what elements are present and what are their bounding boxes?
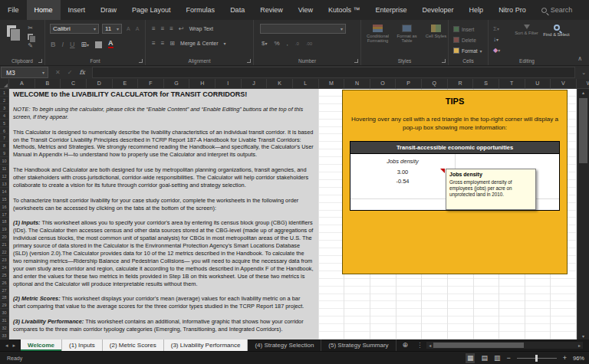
column-header-t[interactable]: T — [499, 79, 525, 88]
row-header-24[interactable]: 24 — [0, 264, 8, 271]
ribbon-tab-file[interactable]: File — [0, 0, 27, 20]
row-header-8[interactable]: 8 — [0, 142, 8, 149]
row-header-12[interactable]: 12 — [0, 172, 8, 180]
column-header-w[interactable]: W — [577, 79, 589, 88]
button-conditional-formatting[interactable]: Conditional Formatting — [364, 25, 391, 44]
font-name-select[interactable]: Calibri▾ — [50, 24, 99, 34]
styles-dialog-launcher-icon[interactable] — [442, 59, 446, 63]
clear-icon[interactable]: ◆▾ — [493, 47, 500, 54]
column-header-l[interactable]: L — [293, 79, 319, 88]
row-header-20[interactable]: 20 — [0, 233, 8, 241]
page-layout-view-icon[interactable]: ▤ — [481, 353, 488, 363]
column-header-b[interactable]: B — [35, 79, 61, 88]
row-header-10[interactable]: 10 — [0, 157, 8, 165]
horizontal-scrollbar[interactable]: ◂ ▸ — [426, 342, 583, 349]
row-header-16[interactable]: 16 — [0, 203, 8, 211]
column-header-n[interactable]: N — [344, 79, 370, 88]
row-header-32[interactable]: 32 — [0, 324, 8, 332]
vertical-scrollbar-thumb[interactable] — [579, 98, 587, 163]
column-header-g[interactable]: G — [164, 79, 190, 88]
row-header-7[interactable]: 7 — [0, 134, 8, 142]
ribbon-tab-enterprise[interactable]: Enterprise — [368, 0, 415, 20]
page-break-view-icon[interactable]: ▥ — [494, 353, 501, 363]
decrease-decimal-icon[interactable]: .00 — [306, 41, 312, 46]
button-format-as-table[interactable]: Format as Table — [393, 25, 420, 44]
autosum-icon[interactable]: Σ▾ — [493, 25, 500, 33]
column-header-v[interactable]: V — [551, 79, 577, 88]
row-header-31[interactable]: 31 — [0, 316, 8, 324]
fill-icon[interactable]: ↓▾ — [493, 36, 500, 44]
vertical-scrollbar[interactable]: ▴ ▾ — [577, 89, 589, 339]
tab-splitter-icon[interactable]: ⋮ — [414, 339, 425, 351]
align-center-icon[interactable]: ≡ — [161, 40, 165, 47]
enter-icon[interactable]: ✓ — [67, 69, 73, 76]
scroll-up-icon[interactable]: ▴ — [577, 90, 589, 95]
sheet-tab-3-livability-performance[interactable]: (3) Livability Performance — [164, 339, 248, 351]
increase-decimal-icon[interactable]: .0 — [295, 41, 299, 46]
insert-function-icon[interactable]: fx — [79, 69, 84, 76]
column-header-f[interactable]: F — [138, 79, 164, 88]
column-header-a[interactable]: A — [9, 79, 35, 88]
wrap-text-button[interactable]: Wrap Text — [189, 26, 213, 31]
paste-button[interactable] — [7, 25, 21, 45]
ribbon-tab-review[interactable]: Review — [252, 0, 291, 20]
row-header-4[interactable]: 4 — [0, 112, 8, 120]
button-cell-styles[interactable]: Cell Styles — [423, 25, 449, 44]
row-header-23[interactable]: 23 — [0, 256, 8, 264]
font-size-select[interactable]: 11▾ — [102, 24, 122, 34]
row-header-26[interactable]: 26 — [0, 279, 8, 287]
align-left-icon[interactable]: ≡ — [152, 40, 156, 47]
row-header-3[interactable]: 3 — [0, 104, 8, 112]
alignment-dialog-launcher-icon[interactable] — [247, 59, 251, 63]
row-header-14[interactable]: 14 — [0, 188, 8, 195]
row-header-11[interactable]: 11 — [0, 165, 8, 172]
sort-filter-button[interactable]: Sort & Filter — [513, 25, 540, 37]
align-top-icon[interactable]: ≡ — [152, 25, 156, 32]
column-header-m[interactable]: M — [319, 79, 345, 88]
ribbon-tab-home[interactable]: Home — [27, 0, 61, 20]
ribbon-tab-formulas[interactable]: Formulas — [179, 0, 223, 20]
new-sheet-icon[interactable]: ⊕ — [397, 339, 415, 351]
expand-formula-bar-icon[interactable]: ⌄ — [581, 70, 586, 76]
number-format-select[interactable]: ▾ — [260, 24, 346, 34]
ribbon-tab-kutools[interactable]: Kutools ™ — [321, 0, 368, 20]
percent-icon[interactable]: % — [274, 40, 279, 47]
row-header-29[interactable]: 29 — [0, 301, 8, 309]
row-header-9[interactable]: 9 — [0, 149, 8, 157]
sheet-tab-4-strategy-selection[interactable]: (4) Strategy Selection — [248, 339, 321, 351]
font-color-icon[interactable]: A — [108, 40, 114, 48]
ribbon-tab-help[interactable]: Help — [462, 0, 492, 20]
sheet-tab-welcome[interactable]: Welcome — [21, 339, 62, 351]
formula-input[interactable] — [92, 67, 575, 78]
search-box[interactable]: Search — [534, 0, 581, 20]
share-button[interactable]: ↗ Share — [580, 0, 589, 20]
borders-icon[interactable]: ⊞▾ — [81, 41, 90, 48]
zoom-slider-thumb[interactable] — [535, 355, 538, 362]
row-header-21[interactable]: 21 — [0, 241, 8, 248]
zoom-out-icon[interactable]: − — [506, 354, 510, 362]
ribbon-tab-developer[interactable]: Developer — [415, 0, 462, 20]
scroll-right-icon[interactable]: ▸ — [576, 343, 583, 348]
row-header-6[interactable]: 6 — [0, 127, 8, 135]
sheet-tab-5-strategy-summary[interactable]: (5) Strategy Summary — [321, 339, 396, 351]
row-header-25[interactable]: 25 — [0, 271, 8, 279]
copy-icon[interactable] — [28, 34, 33, 40]
next-sheet-icon[interactable]: ▸ — [13, 343, 16, 349]
column-header-p[interactable]: P — [396, 79, 422, 88]
select-all-corner[interactable] — [0, 79, 9, 88]
row-header-15[interactable]: 15 — [0, 195, 8, 203]
cancel-icon[interactable]: ✕ — [55, 69, 61, 76]
column-header-r[interactable]: R — [448, 79, 474, 88]
zoom-level[interactable]: 96% — [573, 355, 584, 362]
clipboard-dialog-launcher-icon[interactable] — [38, 59, 42, 63]
row-header-19[interactable]: 19 — [0, 225, 8, 233]
zoom-slider[interactable] — [517, 358, 557, 359]
column-header-d[interactable]: D — [87, 79, 113, 88]
row-header-22[interactable]: 22 — [0, 248, 8, 256]
column-header-o[interactable]: O — [370, 79, 397, 88]
collapse-ribbon-icon[interactable]: ∧ — [577, 55, 582, 62]
row-header-30[interactable]: 30 — [0, 309, 8, 316]
comma-icon[interactable]: , — [287, 40, 288, 47]
ribbon-tab-draw[interactable]: Draw — [93, 0, 124, 20]
column-header-j[interactable]: J — [242, 79, 268, 88]
